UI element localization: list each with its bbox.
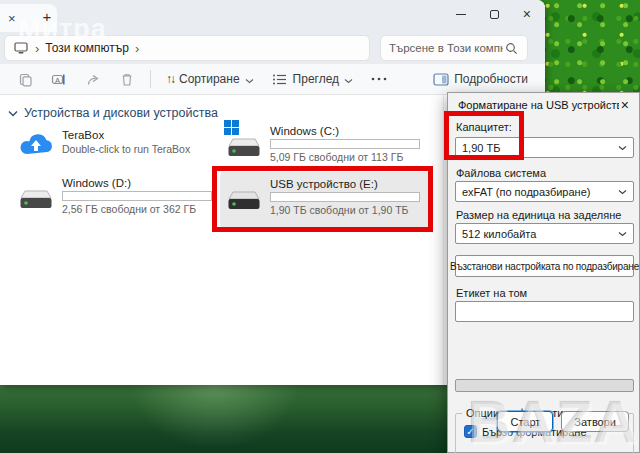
windows-logo-icon: [224, 120, 239, 135]
drive-d-icon: [18, 185, 54, 211]
capacity-bar: [270, 192, 420, 202]
close-button[interactable]: Затвори: [561, 411, 629, 432]
capacity-select[interactable]: 1,90 ТБ: [455, 137, 634, 158]
capacity-bar: [62, 191, 212, 201]
desktop: × + × › Този компютър › Търсене в Този к…: [0, 0, 640, 453]
address-input[interactable]: › Този компютър ›: [4, 35, 370, 61]
search-icon: [503, 40, 519, 56]
dialog-close-icon[interactable]: ×: [619, 97, 631, 113]
allocation-unit-label: Размер на единица на заделяне: [456, 209, 621, 221]
drive-title: TeraBox: [62, 129, 190, 141]
filesystem-value: exFAT (по подразбиране): [462, 186, 618, 198]
filesystem-select[interactable]: exFAT (по подразбиране): [455, 181, 634, 202]
breadcrumb-chevron-icon[interactable]: ›: [135, 41, 139, 56]
format-dialog: Форматиране на USB устройство (E:) × Кап…: [447, 92, 640, 453]
delete-button[interactable]: [110, 67, 144, 91]
sort-icon: ↑↓: [166, 72, 174, 86]
paste-button[interactable]: [8, 67, 42, 91]
drive-c-icon: [226, 133, 262, 159]
sort-button[interactable]: ↑↓ Сортиране: [157, 66, 263, 92]
paste-icon: [17, 71, 33, 87]
chevron-down-icon: [618, 145, 627, 151]
view-button[interactable]: Преглед: [263, 66, 363, 92]
chevron-down-icon: [618, 231, 627, 237]
share-button[interactable]: [76, 67, 110, 91]
more-options-button[interactable]: [362, 67, 396, 91]
address-bar: › Този компютър › Търсене в Този компютъ…: [0, 32, 545, 64]
drive-item-d[interactable]: Windows (D:) 2,56 ГБ свободни от 362 ГБ: [12, 173, 212, 225]
view-icon: [272, 71, 288, 87]
search-placeholder: Търсене в Този компютър: [389, 42, 503, 54]
drive-subtitle: 2,56 ГБ свободни от 362 ГБ: [62, 203, 212, 215]
terabox-cloud-icon: [18, 131, 54, 162]
share-icon: [85, 71, 101, 87]
format-progress-bar: [455, 379, 634, 392]
command-toolbar: A ↑↓ Сортиране: [0, 64, 545, 95]
chevron-down-icon: [245, 70, 254, 88]
group-header-devices[interactable]: Устройства и дискови устройства: [8, 106, 218, 120]
toolbar-divider: [150, 70, 151, 88]
view-label: Преглед: [293, 72, 340, 86]
drive-title: Windows (D:): [62, 177, 212, 189]
ellipsis-icon: [371, 71, 387, 87]
maximize-icon[interactable]: [490, 10, 499, 19]
search-input[interactable]: Търсене в Този компютър: [380, 35, 528, 61]
chevron-down-icon: [344, 70, 353, 88]
chevron-down-icon: [618, 189, 627, 195]
window-controls: ×: [456, 0, 537, 28]
chevron-down-icon: [8, 110, 18, 117]
dialog-title: Форматиране на USB устройство (E:): [458, 99, 619, 111]
details-pane-button[interactable]: Подробности: [424, 67, 537, 91]
drive-subtitle: 5,09 ГБ свободни от 113 ГБ: [270, 151, 420, 163]
capacity-bar: [270, 139, 420, 149]
volume-label-label: Етикет на том: [456, 287, 527, 299]
this-pc-icon: [13, 40, 29, 56]
drive-title: Windows (C:): [270, 125, 420, 137]
drive-title: USB устройство (E:): [270, 178, 420, 190]
trash-icon: [119, 71, 135, 87]
drive-subtitle: 1,90 ТБ свободни от 1,90 ТБ: [270, 204, 420, 216]
minimize-icon[interactable]: [456, 14, 466, 15]
volume-label-input[interactable]: [455, 301, 634, 322]
group-title: Устройства и дискови устройства: [24, 106, 218, 120]
filesystem-label: Файлова система: [456, 167, 546, 179]
drive-item-c[interactable]: Windows (C:) 5,09 ГБ свободни от 113 ГБ: [220, 121, 432, 173]
new-tab-button[interactable]: +: [36, 6, 58, 28]
details-pane-icon: [433, 71, 449, 87]
capacity-label: Капацитет:: [456, 121, 512, 133]
tab-bar: × + ×: [0, 0, 545, 32]
sort-label: Сортиране: [179, 72, 240, 86]
allocation-unit-value: 512 килобайта: [462, 228, 618, 240]
dialog-footer: Старт Затвори: [448, 411, 639, 432]
tab-close-icon[interactable]: ×: [8, 12, 16, 25]
drive-item-usb-e[interactable]: USB устройство (E:) 1,90 ТБ свободни от …: [220, 172, 430, 228]
dialog-titlebar[interactable]: Форматиране на USB устройство (E:) ×: [448, 93, 639, 116]
details-pane-divider: [443, 95, 444, 385]
drive-item-terabox[interactable]: TeraBox Double-click to run TeraBox: [12, 125, 212, 171]
breadcrumb[interactable]: Този компютър: [45, 41, 129, 55]
start-button[interactable]: Старт: [497, 411, 553, 432]
rename-button[interactable]: A: [42, 67, 76, 91]
allocation-unit-select[interactable]: 512 килобайта: [455, 223, 634, 244]
usb-drive-icon: [226, 186, 262, 212]
details-label: Подробности: [454, 72, 528, 86]
svg-text:A: A: [55, 75, 60, 84]
drive-subtitle: Double-click to run TeraBox: [62, 143, 190, 155]
close-icon[interactable]: ×: [523, 7, 531, 21]
capacity-value: 1,90 ТБ: [462, 142, 618, 154]
restore-defaults-button[interactable]: Възстанови настройката по подразбиране: [455, 255, 634, 277]
rename-icon: A: [51, 71, 67, 87]
breadcrumb-chevron-icon: ›: [35, 41, 39, 56]
